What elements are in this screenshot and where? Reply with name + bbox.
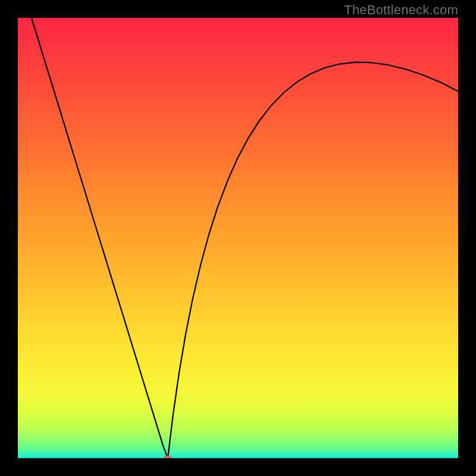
chart-frame: TheBottleneck.com xyxy=(0,0,476,476)
curve-svg xyxy=(18,18,458,458)
minimum-marker xyxy=(164,456,172,459)
watermark-text: TheBottleneck.com xyxy=(344,2,458,18)
curve-left xyxy=(32,18,168,458)
curve-right xyxy=(168,62,458,458)
plot-area xyxy=(18,18,458,458)
